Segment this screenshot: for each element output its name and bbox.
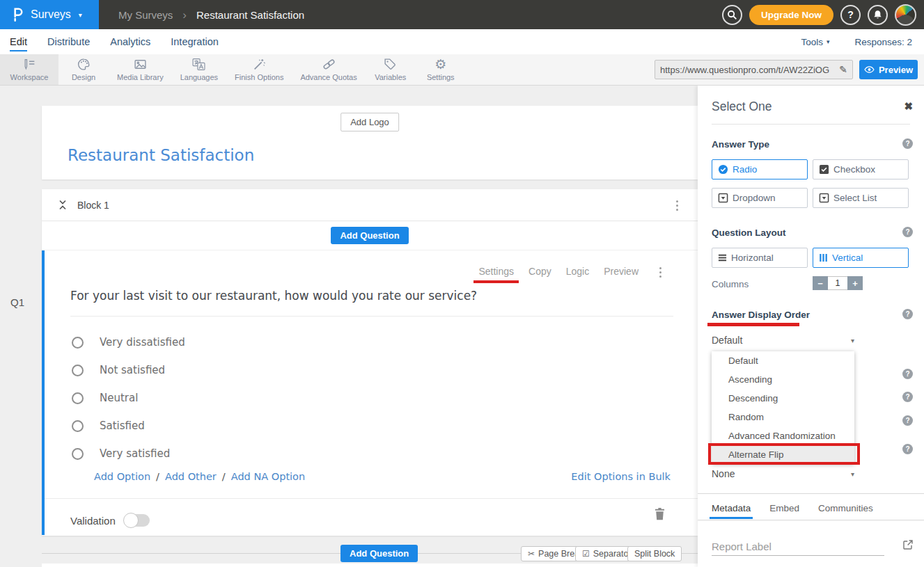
help-icon[interactable]: ?	[902, 415, 913, 426]
radio-icon[interactable]	[72, 337, 84, 349]
tab-edit[interactable]: Edit	[10, 36, 27, 47]
radio-icon[interactable]	[72, 392, 84, 404]
answer-type-checkbox[interactable]: Checkbox	[813, 159, 909, 179]
tab-communities[interactable]: Communities	[818, 503, 873, 513]
preview-button[interactable]: Preview	[859, 60, 918, 79]
answer-option-label[interactable]: Not satisfied	[100, 364, 165, 376]
minus-icon[interactable]: −	[813, 276, 828, 290]
menu-item-ascending[interactable]: Ascending	[712, 370, 854, 389]
panel-tabs: Metadata Embed Communities	[712, 503, 873, 513]
help-icon[interactable]: ?	[902, 369, 913, 379]
answer-type-select-list[interactable]: Select List	[813, 188, 909, 208]
toolbar-item-media-library[interactable]: Media Library	[109, 54, 172, 85]
add-question-button-bottom[interactable]: Add Question	[340, 545, 418, 562]
menu-item-default[interactable]: Default	[712, 351, 854, 370]
survey-url-box: ✎	[655, 60, 853, 79]
layout-vertical[interactable]: Vertical	[813, 248, 909, 268]
questionpro-logo-icon	[10, 7, 24, 22]
plus-icon[interactable]: +	[847, 276, 863, 290]
question-tab-copy[interactable]: Copy	[528, 266, 551, 277]
toolbar-item-finish-options[interactable]: Finish Options	[226, 54, 292, 85]
question-tab-settings[interactable]: Settings	[478, 266, 514, 277]
answer-option-label[interactable]: Satisfied	[100, 420, 145, 432]
toggle-knob	[123, 513, 139, 528]
radio-icon[interactable]	[72, 448, 84, 460]
menu-item-descending[interactable]: Descending	[712, 389, 854, 408]
add-na-option-link[interactable]: Add NA Option	[231, 471, 305, 482]
add-option-link[interactable]: Add Option	[94, 471, 150, 482]
report-label-input[interactable]	[712, 538, 884, 556]
toolbar-item-advance-quotas[interactable]: Advance Quotas	[292, 54, 365, 85]
radio-icon[interactable]	[72, 365, 84, 376]
answer-option-label[interactable]: Very satisfied	[100, 447, 170, 460]
tab-metadata[interactable]: Metadata	[712, 503, 751, 513]
chip-label: Checkbox	[833, 164, 875, 175]
validation-toggle[interactable]	[125, 514, 150, 527]
add-question-button-top[interactable]: Add Question	[331, 227, 408, 244]
add-logo-button[interactable]: Add Logo	[340, 113, 399, 131]
survey-title[interactable]: Restaurant Satisfaction	[68, 146, 254, 164]
collapse-block-icon[interactable]	[58, 200, 67, 210]
answer-display-order-select[interactable]: Default ▾	[712, 335, 854, 346]
tab-distribute[interactable]: Distribute	[47, 36, 90, 47]
menu-item-random[interactable]: Random	[712, 408, 854, 426]
answer-option-label[interactable]: Very dissatisfied	[100, 336, 185, 349]
question-mark-icon: ?	[847, 9, 854, 20]
question-footer-divider	[45, 498, 698, 499]
tab-embed[interactable]: Embed	[769, 503, 799, 513]
tag-icon	[384, 58, 397, 71]
block-menu-dots-icon[interactable]	[676, 200, 678, 211]
columns-value[interactable]: 1	[828, 276, 847, 290]
toolbar-item-label: Settings	[427, 73, 455, 81]
search-button[interactable]	[722, 5, 742, 25]
tab-analytics[interactable]: Analytics	[110, 36, 150, 47]
toolbar-item-settings[interactable]: ⚙ Settings	[416, 54, 466, 85]
edit-options-in-bulk-link[interactable]: Edit Options in Bulk	[571, 471, 671, 482]
question-menu-dots-icon[interactable]	[659, 267, 661, 278]
next-block-edge	[42, 564, 698, 567]
preview-label: Preview	[879, 65, 913, 75]
columns-stepper: − 1 +	[813, 276, 863, 290]
answer-type-dropdown[interactable]: Dropdown	[712, 188, 808, 208]
help-icon[interactable]: ?	[902, 444, 913, 454]
help-icon[interactable]: ?	[902, 227, 913, 237]
help-icon[interactable]: ?	[902, 392, 913, 402]
toolbar-item-variables[interactable]: Variables	[366, 54, 416, 85]
question-tab-logic[interactable]: Logic	[566, 266, 589, 277]
answer-type-radio[interactable]: Radio	[712, 159, 808, 179]
add-other-link[interactable]: Add Other	[165, 471, 217, 482]
edit-url-pencil-icon[interactable]: ✎	[834, 64, 852, 75]
delete-question-trash-icon[interactable]	[654, 507, 666, 520]
block-title[interactable]: Block 1	[77, 200, 109, 211]
app-switcher[interactable]: Surveys ▾	[0, 0, 99, 29]
bell-icon	[872, 10, 883, 20]
toolbar-item-design[interactable]: Design	[58, 54, 109, 85]
columns-label: Columns	[712, 279, 749, 289]
survey-url-input[interactable]	[655, 65, 834, 75]
panel-tabs-border	[698, 520, 924, 520]
question-text[interactable]: For your last visit to our restaurant, h…	[70, 289, 477, 303]
help-button[interactable]: ?	[840, 5, 861, 25]
help-icon[interactable]: ?	[902, 309, 913, 319]
layout-horizontal[interactable]: Horizontal	[712, 248, 808, 268]
question-tab-preview[interactable]: Preview	[604, 266, 639, 277]
responses-count[interactable]: Responses: 2	[854, 37, 912, 47]
upgrade-now-button[interactable]: Upgrade Now	[749, 5, 833, 25]
tools-dropdown[interactable]: Tools ▾	[801, 37, 829, 47]
breadcrumb-parent[interactable]: My Surveys	[118, 9, 173, 21]
notifications-button[interactable]	[868, 5, 888, 25]
secondary-select[interactable]: None ▾	[712, 468, 854, 479]
chevron-down-icon: ▾	[827, 38, 830, 45]
toolbar-item-languages[interactable]: Languages	[172, 54, 226, 85]
help-icon[interactable]: ?	[902, 138, 913, 149]
close-icon[interactable]: ✖	[904, 100, 913, 113]
split-block-button[interactable]: Split Block	[627, 546, 682, 561]
menu-item-advanced-randomization[interactable]: Advanced Randomization	[712, 426, 854, 445]
vertical-bars-icon	[819, 253, 828, 262]
radio-icon[interactable]	[72, 420, 84, 432]
answer-option-label[interactable]: Neutral	[100, 392, 138, 404]
expand-external-icon[interactable]	[902, 539, 914, 550]
avatar[interactable]	[895, 4, 916, 26]
toolbar-item-workspace[interactable]: Workspace	[0, 54, 58, 85]
tab-integration[interactable]: Integration	[171, 36, 219, 47]
